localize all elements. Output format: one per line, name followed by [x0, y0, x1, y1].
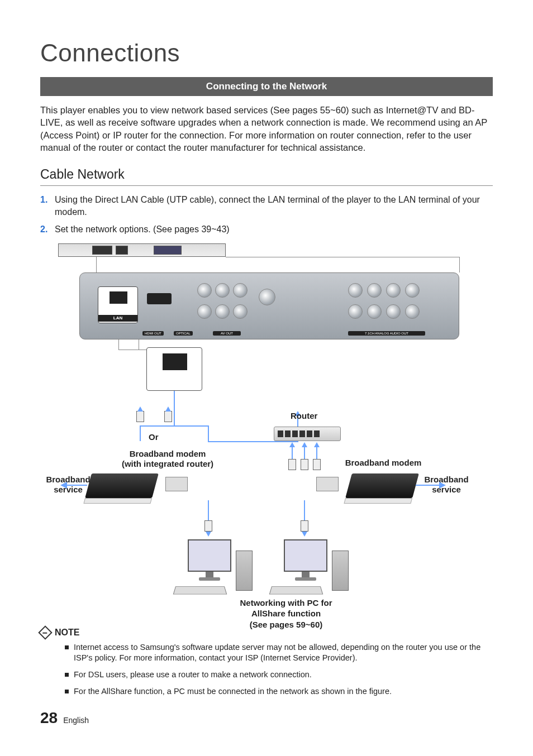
- rj45-plug-icon: [136, 411, 144, 422]
- modem-rear-icon: [316, 477, 339, 491]
- rj45-plug-icon: [164, 411, 172, 422]
- av-out-label: AV OUT: [213, 331, 241, 336]
- network-diagram: LAN HDMI OUT OPTICAL AV OUT 7.1CH ANALOG…: [40, 243, 493, 623]
- player-rear-small: [58, 243, 226, 257]
- lan-label: LAN: [98, 315, 137, 322]
- analog-out-label: 7.1CH ANALOG AUDIO OUT: [348, 331, 425, 336]
- step-number: 1.: [40, 194, 55, 218]
- pc-icon: [169, 539, 253, 601]
- router-icon: [274, 427, 341, 441]
- rj45-plug-icon: [301, 459, 308, 470]
- or-label: Or: [149, 432, 159, 442]
- rj45-plug-icon: [301, 520, 308, 532]
- note-icon: [38, 625, 52, 639]
- optical-label: OPTICAL: [174, 331, 193, 336]
- broadband-modem-icon: [345, 473, 419, 498]
- router-label: Router: [291, 411, 317, 421]
- lan-closeup: [146, 347, 202, 391]
- lan-terminal: LAN: [98, 286, 138, 323]
- steps-list: 1. Using the Direct LAN Cable (UTP cable…: [40, 194, 493, 236]
- intro-paragraph: This player enables you to view network …: [40, 104, 493, 154]
- note-item: For the AllShare function, a PC must be …: [65, 686, 493, 697]
- note-label: NOTE: [55, 628, 79, 638]
- player-rear-panel: LAN HDMI OUT OPTICAL AV OUT 7.1CH ANALOG…: [79, 272, 459, 339]
- note-item: For DSL users, please use a router to ma…: [65, 669, 493, 681]
- step-item: 2. Set the network options. (See pages 3…: [40, 223, 493, 236]
- modem-rear-icon: [165, 477, 188, 491]
- step-text: Set the network options. (See pages 39~4…: [55, 223, 230, 236]
- divider: [40, 185, 493, 186]
- pc-icon: [265, 539, 349, 601]
- section-heading-bar: Connecting to the Network: [40, 77, 493, 96]
- integrated-modem-label: Broadband modem (with integrated router): [106, 449, 229, 469]
- page-title: Connections: [40, 39, 493, 67]
- rj45-plug-icon: [313, 459, 321, 470]
- rj45-plug-icon: [288, 459, 296, 470]
- rj45-plug-icon: [204, 520, 212, 532]
- step-number: 2.: [40, 223, 55, 236]
- step-item: 1. Using the Direct LAN Cable (UTP cable…: [40, 194, 493, 218]
- page-number: 28: [40, 709, 58, 727]
- page-footer: 28 English: [40, 709, 89, 727]
- step-text: Using the Direct LAN Cable (UTP cable), …: [55, 194, 493, 218]
- hdmi-out-label: HDMI OUT: [142, 331, 164, 336]
- notes-list: Internet access to Samsung's software up…: [40, 642, 493, 697]
- language-label: English: [63, 716, 89, 725]
- diagram-caption: Networking with PC for AllShare function…: [213, 597, 359, 630]
- note-item: Internet access to Samsung's software up…: [65, 642, 493, 664]
- broadband-modem-label: Broadband modem: [333, 458, 434, 468]
- subsection-heading: Cable Network: [40, 167, 493, 182]
